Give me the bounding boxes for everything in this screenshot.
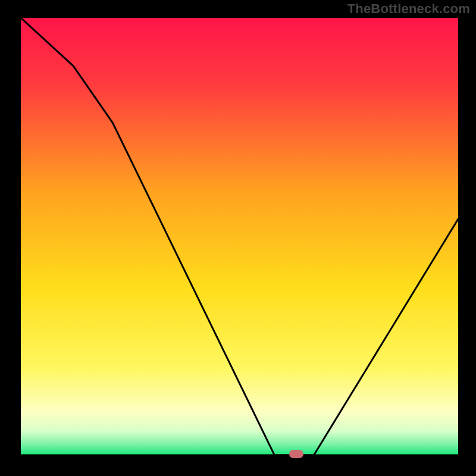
chart-frame: TheBottleneck.com <box>0 0 476 476</box>
plot-area <box>21 18 458 455</box>
chart-svg <box>21 18 458 455</box>
sweet-spot-marker <box>289 450 303 458</box>
watermark-text: TheBottleneck.com <box>347 1 470 17</box>
